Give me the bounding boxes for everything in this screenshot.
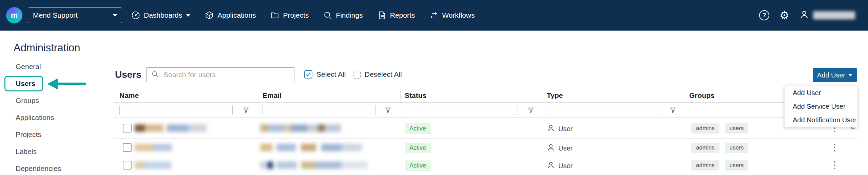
sidebar-item-label: Projects: [16, 130, 41, 139]
magnifier-icon: [323, 11, 332, 20]
add-user-button[interactable]: Add User: [813, 68, 857, 82]
org-selector-dropdown[interactable]: Mend Support: [28, 7, 122, 23]
table-filter-row: [114, 103, 858, 118]
filter-funnel-icon[interactable]: [528, 107, 534, 115]
column-header-type[interactable]: Type: [547, 88, 563, 103]
row-checkbox[interactable]: [123, 161, 132, 170]
select-all-button[interactable]: Select All: [304, 70, 346, 78]
nav-item-workflows[interactable]: Workflows: [429, 11, 475, 20]
filter-funnel-icon[interactable]: [670, 107, 676, 115]
group-chip: users: [725, 143, 749, 153]
filter-funnel-icon[interactable]: [243, 107, 249, 115]
user-name-redacted: [813, 11, 855, 19]
group-chip: admins: [691, 160, 719, 171]
column-header-email[interactable]: Email: [263, 88, 282, 103]
deselect-all-button[interactable]: Deselect All: [353, 70, 402, 78]
sidebar-item-label: Groups: [16, 97, 39, 105]
table-header-row: Name Email Status Type Groups: [114, 88, 858, 103]
chevron-down-icon: [113, 14, 117, 17]
status-badge: Active: [405, 160, 431, 171]
column-header-groups[interactable]: Groups: [689, 88, 715, 103]
nav-label: Reports: [390, 11, 415, 19]
folder-icon: [270, 11, 279, 20]
nav-item-applications[interactable]: Applications: [205, 11, 256, 20]
column-divider: [258, 91, 258, 100]
top-navigation-bar: m Mend Support Dashboards: [0, 0, 868, 31]
column-header-status[interactable]: Status: [405, 88, 426, 103]
nav-label: Dashboards: [144, 11, 182, 19]
nav-item-findings[interactable]: Findings: [323, 11, 363, 20]
users-section-title: Users: [115, 69, 141, 80]
nav-label: Projects: [283, 11, 309, 19]
topbar-right-actions: ? ⚙: [759, 10, 855, 21]
user-type-icon: [547, 124, 555, 134]
column-divider: [400, 91, 401, 100]
deselect-all-label: Deselect All: [365, 70, 402, 78]
name-filter-input[interactable]: [119, 105, 233, 115]
add-user-button-label: Add User: [817, 71, 845, 79]
column-header-name[interactable]: Name: [119, 88, 139, 103]
dashboards-icon: [131, 11, 140, 20]
gear-icon[interactable]: ⚙: [779, 10, 789, 21]
sidebar-item-groups[interactable]: Groups: [0, 92, 106, 109]
user-avatar-icon: [799, 10, 809, 21]
nav-label: Findings: [336, 11, 363, 19]
user-type-label: User: [558, 144, 573, 152]
users-table: Name Email Status Type Groups: [114, 88, 858, 174]
user-menu[interactable]: [799, 10, 855, 21]
filter-funnel-icon[interactable]: [385, 107, 391, 115]
annotation-arrow-icon: [46, 77, 88, 91]
nav-item-projects[interactable]: Projects: [270, 11, 309, 20]
nav-label: Applications: [217, 11, 256, 19]
row-actions-kebab-icon[interactable]: ⋮: [830, 160, 840, 170]
email-filter-input[interactable]: [263, 105, 376, 115]
row-actions-kebab-icon[interactable]: ⋮: [830, 143, 840, 152]
search-icon: [151, 70, 159, 79]
row-checkbox[interactable]: [123, 143, 132, 152]
nav-label: Workflows: [442, 11, 475, 19]
menu-item-add-user[interactable]: Add User: [785, 86, 857, 100]
sidebar-item-general[interactable]: General: [0, 58, 106, 75]
column-divider: [543, 91, 543, 100]
checkbox-checked-icon: [304, 70, 312, 78]
add-user-dropdown-menu: Add User Add Service User Add Notificati…: [784, 86, 858, 127]
chevron-down-icon: [848, 74, 852, 76]
nav-item-dashboards[interactable]: Dashboards: [131, 11, 190, 20]
status-filter-input[interactable]: [405, 105, 518, 115]
table-row: Active User admins users ⋮: [114, 118, 858, 139]
user-type-icon: [547, 161, 555, 171]
user-email-redacted: [260, 144, 362, 151]
sidebar-item-labels[interactable]: Labels: [0, 143, 106, 160]
users-search-box: [146, 67, 294, 82]
checkbox-dashed-icon: [353, 71, 361, 78]
group-chip: users: [725, 160, 749, 171]
org-selector-value: Mend Support: [33, 11, 78, 19]
user-name-redacted: [135, 144, 172, 151]
status-badge: Active: [405, 123, 431, 134]
sidebar-item-label: Applications: [16, 113, 54, 122]
page-title: Administration: [14, 42, 80, 54]
mend-logo-icon[interactable]: m: [6, 7, 22, 23]
menu-item-add-notification-user[interactable]: Add Notification User: [785, 113, 857, 127]
sidebar-item-label: Labels: [16, 147, 37, 156]
nav-item-reports[interactable]: Reports: [377, 11, 415, 20]
search-input[interactable]: [163, 70, 289, 79]
status-badge: Active: [405, 143, 431, 153]
column-divider: [685, 91, 685, 100]
sidebar-item-label: Users: [16, 80, 35, 87]
active-item-highlight-box: Users: [4, 76, 43, 91]
sidebar-divider: [106, 57, 106, 175]
help-icon[interactable]: ?: [759, 10, 769, 20]
sidebar-item-projects[interactable]: Projects: [0, 126, 106, 143]
table-row: Active User admins users ⋮: [114, 156, 858, 174]
user-type-icon: [547, 143, 555, 153]
user-email-redacted: [260, 124, 341, 132]
type-filter-input[interactable]: [547, 105, 660, 115]
row-checkbox[interactable]: [123, 124, 132, 133]
sidebar-item-applications[interactable]: Applications: [0, 109, 106, 126]
menu-item-add-service-user[interactable]: Add Service User: [785, 100, 857, 113]
user-name-redacted: [135, 161, 171, 169]
sidebar-item-dependencies[interactable]: Dependencies: [0, 160, 106, 175]
user-type-label: User: [558, 125, 573, 133]
workflows-icon: [429, 11, 439, 20]
